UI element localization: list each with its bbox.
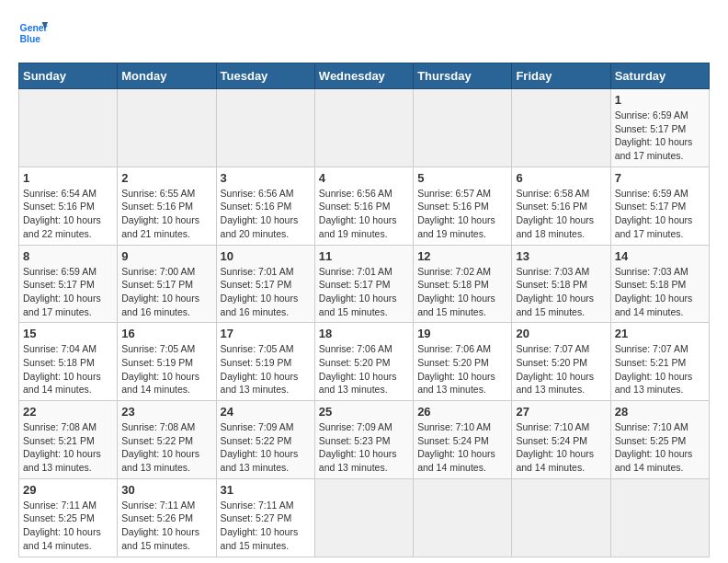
calendar-header-row: SundayMondayTuesdayWednesdayThursdayFrid… — [19, 63, 710, 89]
day-info: Sunrise: 7:06 AM Sunset: 5:20 PM Dayligh… — [417, 342, 507, 396]
calendar-cell: 14 Sunrise: 7:03 AM Sunset: 5:18 PM Dayl… — [610, 245, 709, 323]
calendar-cell: 2 Sunrise: 6:55 AM Sunset: 5:16 PM Dayli… — [118, 167, 216, 245]
day-info: Sunrise: 6:59 AM Sunset: 5:17 PM Dayligh… — [615, 187, 705, 241]
day-info: Sunrise: 7:06 AM Sunset: 5:20 PM Dayligh… — [319, 342, 409, 396]
day-number: 21 — [615, 327, 705, 340]
calendar-cell — [414, 89, 512, 167]
calendar-cell — [314, 478, 413, 557]
calendar-cell: 3 Sunrise: 6:56 AM Sunset: 5:16 PM Dayli… — [216, 167, 314, 245]
calendar-cell: 5 Sunrise: 6:57 AM Sunset: 5:16 PM Dayli… — [414, 167, 512, 245]
calendar-cell: 22 Sunrise: 7:08 AM Sunset: 5:21 PM Dayl… — [19, 401, 118, 479]
calendar-cell — [512, 478, 610, 557]
calendar-cell: 19 Sunrise: 7:06 AM Sunset: 5:20 PM Dayl… — [414, 323, 512, 401]
day-number: 17 — [221, 327, 311, 340]
day-number: 23 — [121, 405, 211, 419]
day-number: 15 — [23, 327, 113, 340]
day-of-week-saturday: Saturday — [610, 63, 709, 89]
day-number: 14 — [615, 249, 705, 263]
day-number: 6 — [516, 171, 606, 185]
calendar-cell: 31 Sunrise: 7:11 AM Sunset: 5:27 PM Dayl… — [216, 478, 314, 557]
calendar-cell: 18 Sunrise: 7:06 AM Sunset: 5:20 PM Dayl… — [314, 323, 413, 401]
calendar-cell: 12 Sunrise: 7:02 AM Sunset: 5:18 PM Dayl… — [414, 245, 512, 323]
day-number: 9 — [121, 249, 211, 263]
day-info: Sunrise: 7:04 AM Sunset: 5:18 PM Dayligh… — [23, 342, 113, 396]
calendar-cell — [118, 89, 216, 167]
calendar-cell: 27 Sunrise: 7:10 AM Sunset: 5:24 PM Dayl… — [512, 401, 610, 479]
calendar-cell: 24 Sunrise: 7:09 AM Sunset: 5:22 PM Dayl… — [216, 401, 314, 479]
day-info: Sunrise: 7:11 AM Sunset: 5:25 PM Dayligh… — [23, 499, 113, 553]
page-header: General Blue — [18, 18, 710, 48]
day-number: 10 — [221, 249, 311, 263]
day-info: Sunrise: 7:02 AM Sunset: 5:18 PM Dayligh… — [417, 265, 507, 319]
day-number: 25 — [319, 405, 409, 419]
calendar-cell: 30 Sunrise: 7:11 AM Sunset: 5:26 PM Dayl… — [118, 478, 216, 557]
calendar-cell: 28 Sunrise: 7:10 AM Sunset: 5:25 PM Dayl… — [610, 401, 709, 479]
calendar-week-2: 8 Sunrise: 6:59 AM Sunset: 5:17 PM Dayli… — [19, 245, 710, 323]
calendar-cell: 16 Sunrise: 7:05 AM Sunset: 5:19 PM Dayl… — [118, 323, 216, 401]
day-number: 1 — [615, 93, 705, 107]
day-info: Sunrise: 7:03 AM Sunset: 5:18 PM Dayligh… — [516, 265, 606, 319]
day-of-week-friday: Friday — [512, 63, 610, 89]
calendar-cell: 10 Sunrise: 7:01 AM Sunset: 5:17 PM Dayl… — [216, 245, 314, 323]
calendar-cell: 13 Sunrise: 7:03 AM Sunset: 5:18 PM Dayl… — [512, 245, 610, 323]
day-number: 13 — [516, 249, 606, 263]
day-info: Sunrise: 7:03 AM Sunset: 5:18 PM Dayligh… — [615, 265, 705, 319]
day-info: Sunrise: 7:10 AM Sunset: 5:24 PM Dayligh… — [417, 420, 507, 475]
day-info: Sunrise: 7:00 AM Sunset: 5:17 PM Dayligh… — [121, 265, 211, 319]
day-info: Sunrise: 7:01 AM Sunset: 5:17 PM Dayligh… — [221, 265, 311, 319]
day-info: Sunrise: 6:56 AM Sunset: 5:16 PM Dayligh… — [221, 187, 311, 241]
calendar-cell: 17 Sunrise: 7:05 AM Sunset: 5:19 PM Dayl… — [216, 323, 314, 401]
day-of-week-tuesday: Tuesday — [216, 63, 314, 89]
calendar-cell — [19, 89, 118, 167]
day-number: 26 — [417, 405, 507, 419]
calendar-cell: 7 Sunrise: 6:59 AM Sunset: 5:17 PM Dayli… — [610, 167, 709, 245]
day-number: 29 — [23, 483, 113, 497]
calendar-week-3: 15 Sunrise: 7:04 AM Sunset: 5:18 PM Dayl… — [19, 323, 710, 401]
day-of-week-sunday: Sunday — [19, 63, 118, 89]
day-info: Sunrise: 6:58 AM Sunset: 5:16 PM Dayligh… — [516, 187, 606, 241]
day-info: Sunrise: 7:01 AM Sunset: 5:17 PM Dayligh… — [319, 265, 409, 319]
day-info: Sunrise: 6:56 AM Sunset: 5:16 PM Dayligh… — [319, 187, 409, 241]
day-number: 8 — [23, 249, 113, 263]
svg-text:Blue: Blue — [20, 34, 41, 44]
day-number: 18 — [319, 327, 409, 340]
calendar-cell: 11 Sunrise: 7:01 AM Sunset: 5:17 PM Dayl… — [314, 245, 413, 323]
calendar-cell — [314, 89, 413, 167]
day-info: Sunrise: 6:54 AM Sunset: 5:16 PM Dayligh… — [23, 187, 113, 241]
day-number: 11 — [319, 249, 409, 263]
day-info: Sunrise: 7:08 AM Sunset: 5:22 PM Dayligh… — [121, 420, 211, 475]
day-number: 19 — [417, 327, 507, 340]
day-info: Sunrise: 6:59 AM Sunset: 5:17 PM Dayligh… — [23, 265, 113, 319]
logo-icon: General Blue — [18, 18, 48, 48]
calendar-cell: 4 Sunrise: 6:56 AM Sunset: 5:16 PM Dayli… — [314, 167, 413, 245]
logo: General Blue — [18, 18, 51, 48]
day-info: Sunrise: 7:07 AM Sunset: 5:21 PM Dayligh… — [615, 342, 705, 396]
calendar-cell — [216, 89, 314, 167]
calendar-cell: 1 Sunrise: 6:59 AM Sunset: 5:17 PM Dayli… — [610, 89, 709, 167]
calendar-cell: 20 Sunrise: 7:07 AM Sunset: 5:20 PM Dayl… — [512, 323, 610, 401]
day-info: Sunrise: 7:10 AM Sunset: 5:25 PM Dayligh… — [615, 420, 705, 475]
calendar-table: SundayMondayTuesdayWednesdayThursdayFrid… — [18, 63, 710, 557]
calendar-cell — [610, 478, 709, 557]
calendar-cell: 1 Sunrise: 6:54 AM Sunset: 5:16 PM Dayli… — [19, 167, 118, 245]
day-info: Sunrise: 7:05 AM Sunset: 5:19 PM Dayligh… — [221, 342, 311, 396]
calendar-week-5: 29 Sunrise: 7:11 AM Sunset: 5:25 PM Dayl… — [19, 478, 710, 557]
calendar-cell — [414, 478, 512, 557]
day-number: 20 — [516, 327, 606, 340]
calendar-cell: 15 Sunrise: 7:04 AM Sunset: 5:18 PM Dayl… — [19, 323, 118, 401]
day-number: 16 — [121, 327, 211, 340]
day-number: 30 — [121, 483, 211, 497]
day-number: 22 — [23, 405, 113, 419]
day-info: Sunrise: 6:59 AM Sunset: 5:17 PM Dayligh… — [615, 109, 705, 163]
day-number: 1 — [23, 171, 113, 185]
day-number: 7 — [615, 171, 705, 185]
day-number: 3 — [221, 171, 311, 185]
day-number: 2 — [121, 171, 211, 185]
day-info: Sunrise: 6:57 AM Sunset: 5:16 PM Dayligh… — [417, 187, 507, 241]
day-of-week-monday: Monday — [118, 63, 216, 89]
day-number: 12 — [417, 249, 507, 263]
calendar-cell: 25 Sunrise: 7:09 AM Sunset: 5:23 PM Dayl… — [314, 401, 413, 479]
calendar-week-4: 22 Sunrise: 7:08 AM Sunset: 5:21 PM Dayl… — [19, 401, 710, 479]
day-of-week-thursday: Thursday — [414, 63, 512, 89]
calendar-cell — [512, 89, 610, 167]
